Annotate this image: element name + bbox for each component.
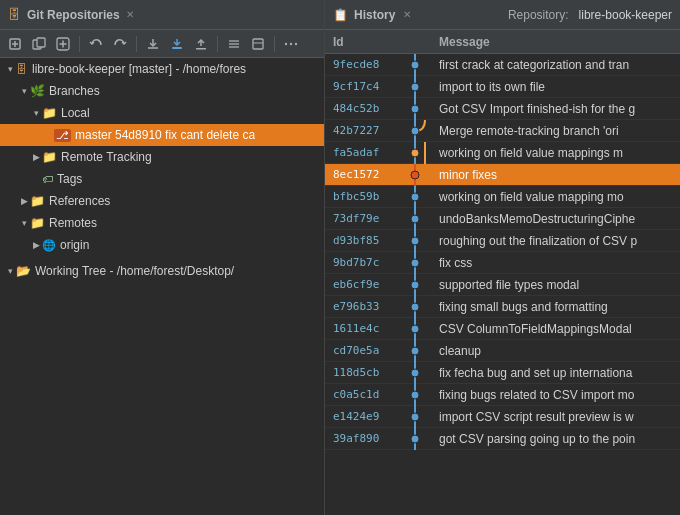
table-row[interactable]: 8ec1572minor fixes (325, 164, 680, 186)
tags-label: Tags (57, 172, 82, 186)
history-table: Id Message 9fecde8first crack at categor… (325, 30, 680, 515)
commit-graph (405, 98, 435, 120)
svg-point-19 (411, 61, 419, 69)
commit-graph (405, 54, 435, 76)
commit-id: 484c52b (325, 102, 405, 115)
history-icon: 📋 (333, 8, 348, 22)
commit-graph (405, 296, 435, 318)
remote-tracking-icon: 📁 (42, 150, 57, 164)
svg-rect-8 (172, 47, 182, 49)
commit-message: import CSV script result preview is w (435, 410, 680, 424)
repo-label: Repository: (508, 8, 569, 22)
svg-point-52 (411, 413, 419, 421)
redo-button[interactable] (109, 33, 131, 55)
table-row[interactable]: 9cf17c4import to its own file (325, 76, 680, 98)
undo-button[interactable] (85, 33, 107, 55)
commit-graph (405, 384, 435, 406)
branches-label: Branches (49, 84, 100, 98)
svg-point-42 (411, 303, 419, 311)
add-button[interactable] (52, 33, 74, 55)
left-panel-title: Git Repositories (27, 8, 120, 22)
table-row[interactable]: 9bd7b7cfix css (325, 252, 680, 274)
toolbar-sep-2 (136, 36, 137, 52)
tree-item-tags[interactable]: 🏷 Tags (0, 168, 324, 190)
push-button[interactable] (190, 33, 212, 55)
table-row[interactable]: 1611e4cCSV ColumnToFieldMappingsModal (325, 318, 680, 340)
right-panel-close[interactable]: ✕ (403, 9, 411, 20)
arrow-local: ▾ (30, 108, 42, 118)
commit-graph (405, 362, 435, 384)
commit-graph (405, 252, 435, 274)
table-row[interactable]: bfbc59bworking on field value mapping mo (325, 186, 680, 208)
tags-icon: 🏷 (42, 173, 53, 185)
commit-graph (405, 318, 435, 340)
new-repo-button[interactable] (4, 33, 26, 55)
table-row[interactable]: 484c52bGot CSV Import finished-ish for t… (325, 98, 680, 120)
commit-message: roughing out the finalization of CSV p (435, 234, 680, 248)
commit-id: e796b33 (325, 300, 405, 313)
repo-name: libre-book-keeper (579, 8, 672, 22)
tree-item-references[interactable]: ▶ 📁 References (0, 190, 324, 212)
working-tree-label: Working Tree - /home/forest/Desktop/ (35, 264, 234, 278)
table-row[interactable]: 42b7227Merge remote-tracking branch 'ori (325, 120, 680, 142)
svg-point-16 (290, 42, 292, 44)
svg-point-23 (411, 105, 419, 113)
left-panel-close[interactable]: ✕ (126, 9, 134, 20)
table-row[interactable]: cd70e5acleanup (325, 340, 680, 362)
tree-item-remotes[interactable]: ▾ 📁 Remotes (0, 212, 324, 234)
table-row[interactable]: c0a5c1dfixing bugs related to CSV import… (325, 384, 680, 406)
fetch-button[interactable] (142, 33, 164, 55)
tree-item-local[interactable]: ▾ 📁 Local (0, 102, 324, 124)
commit-graph (405, 164, 435, 186)
svg-point-32 (411, 193, 419, 201)
pull-button[interactable] (166, 33, 188, 55)
tree-item-repo-root[interactable]: ▾ 🗄 libre-book-keeper [master] - /home/f… (0, 58, 324, 80)
toolbar-sep-1 (79, 36, 80, 52)
table-row[interactable]: eb6cf9esupported file types modal (325, 274, 680, 296)
svg-point-38 (411, 259, 419, 267)
table-row[interactable]: e1424e9import CSV script result preview … (325, 406, 680, 428)
commit-message: supported file types modal (435, 278, 680, 292)
branches-icon: 🌿 (30, 84, 45, 98)
table-row[interactable]: fa5adafworking on field value mappings m (325, 142, 680, 164)
right-panel-title: History (354, 8, 395, 22)
commit-id: 9bd7b7c (325, 256, 405, 269)
commit-graph (405, 186, 435, 208)
col-msg-header: Message (435, 35, 680, 49)
tree-item-master[interactable]: ⎇ master 54d8910 fix cant delete ca (0, 124, 324, 146)
branch-icon: ⎇ (54, 129, 71, 142)
table-row[interactable]: 118d5cbfix fecha bug and set up internat… (325, 362, 680, 384)
repo-tree: ▾ 🗄 libre-book-keeper [master] - /home/f… (0, 58, 324, 515)
table-row[interactable]: e796b33fixing small bugs and formatting (325, 296, 680, 318)
commit-id: 1611e4c (325, 322, 405, 335)
commit-graph (405, 406, 435, 428)
clone-button[interactable] (28, 33, 50, 55)
arrow-references: ▶ (18, 196, 30, 206)
svg-point-50 (411, 391, 419, 399)
svg-point-25 (411, 127, 419, 135)
collapse-all-button[interactable] (247, 33, 269, 55)
commit-id: 9cf17c4 (325, 80, 405, 93)
expand-all-button[interactable] (223, 33, 245, 55)
master-label: master 54d8910 fix cant delete ca (75, 128, 255, 142)
table-row[interactable]: d93bf85roughing out the finalization of … (325, 230, 680, 252)
tree-item-working-tree[interactable]: ▾ 📂 Working Tree - /home/forest/Desktop/ (0, 260, 324, 282)
origin-label: origin (60, 238, 89, 252)
svg-point-44 (411, 325, 419, 333)
tree-item-branches[interactable]: ▾ 🌿 Branches (0, 80, 324, 102)
tree-item-remote-tracking[interactable]: ▶ 📁 Remote Tracking (0, 146, 324, 168)
table-row[interactable]: 39af890got CSV parsing going up to the p… (325, 428, 680, 450)
table-row[interactable]: 73df79eundoBanksMemoDestructuringCiphe (325, 208, 680, 230)
references-label: References (49, 194, 110, 208)
table-row[interactable]: 9fecde8first crack at categorization and… (325, 54, 680, 76)
right-panel-header: 📋 History ✕ Repository: libre-book-keepe… (325, 0, 680, 30)
more-button[interactable] (280, 33, 302, 55)
origin-icon: 🌐 (42, 239, 56, 252)
svg-point-21 (411, 83, 419, 91)
commit-graph (405, 230, 435, 252)
tree-item-origin[interactable]: ▶ 🌐 origin (0, 234, 324, 256)
left-panel: 🗄 Git Repositories ✕ (0, 0, 325, 515)
remotes-label: Remotes (49, 216, 97, 230)
commit-id: fa5adaf (325, 146, 405, 159)
left-panel-header: 🗄 Git Repositories ✕ (0, 0, 324, 30)
